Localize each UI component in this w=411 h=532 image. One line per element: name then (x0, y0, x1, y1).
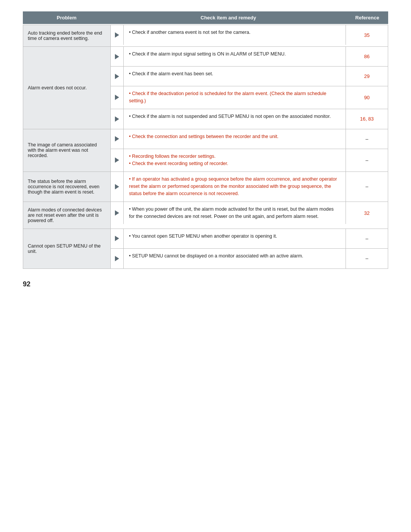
arrow-icon (111, 86, 124, 109)
arrow-icon (111, 67, 124, 86)
section-camera-image: The image of camera associated with the … (23, 129, 388, 172)
checks-col-auto-tracking: • Check if another camera event is not s… (111, 25, 388, 46)
check-text: • Check if the deactivation period is sc… (124, 86, 346, 109)
check-row: • Check the connection and settings betw… (111, 129, 388, 149)
reference-cell: 86 (346, 47, 388, 66)
section-alarm-event: Alarm event does not occur.• Check if th… (23, 47, 388, 129)
problem-cell-camera-image: The image of camera associated with the … (23, 129, 111, 172)
arrow-icon (111, 129, 124, 149)
checks-col-alarm-event: • Check if the alarm input signal settin… (111, 47, 388, 129)
check-row: • Check if the alarm is not suspended an… (111, 109, 388, 129)
reference-cell: 29 (346, 67, 388, 86)
arrow-icon (111, 229, 124, 248)
header-check: Check item and remedy (110, 11, 346, 24)
section-setup-menu: Cannot open SETUP MENU of the unit.• You… (23, 229, 388, 268)
problem-cell-alarm-modes: Alarm modes of connected devices are not… (23, 202, 111, 229)
check-text: • You cannot open SETUP MENU when anothe… (124, 229, 346, 248)
check-row: • If an operator has activated a group s… (111, 172, 388, 202)
reference-cell: 32 (346, 202, 388, 224)
check-text: • SETUP MENU cannot be displayed on a mo… (124, 249, 346, 268)
reference-cell: 90 (346, 86, 388, 109)
arrow-icon (111, 249, 124, 268)
check-row: • Check if another camera event is not s… (111, 25, 388, 45)
check-row: • SETUP MENU cannot be displayed on a mo… (111, 249, 388, 268)
check-text: • If an operator has activated a group s… (124, 172, 346, 202)
arrow-icon (111, 172, 124, 202)
check-text: • Check the connection and settings betw… (124, 129, 346, 149)
arrow-icon (111, 202, 124, 224)
reference-cell: 16, 83 (346, 109, 388, 129)
header-problem: Problem (23, 11, 110, 24)
checks-col-status-before-alarm: • If an operator has activated a group s… (111, 172, 388, 202)
arrow-icon (111, 149, 124, 172)
arrow-icon (111, 47, 124, 66)
header-strip: Problem Check item and remedy Reference (23, 11, 388, 24)
check-text: • When you power off the unit, the alarm… (124, 202, 346, 224)
reference-cell: – (346, 249, 388, 268)
problem-cell-auto-tracking: Auto tracking ended before the end time … (23, 25, 111, 46)
check-text: • Recording follows the recorder setting… (124, 149, 346, 172)
check-row: • You cannot open SETUP MENU when anothe… (111, 229, 388, 249)
checks-col-alarm-modes: • When you power off the unit, the alarm… (111, 202, 388, 229)
arrow-icon (111, 109, 124, 129)
check-row: • When you power off the unit, the alarm… (111, 202, 388, 224)
problem-cell-alarm-event: Alarm event does not occur. (23, 47, 111, 129)
page-number: 92 (23, 280, 388, 288)
check-text: • Check if the alarm input signal settin… (124, 47, 346, 66)
reference-cell: 35 (346, 25, 388, 45)
check-row: • Check if the alarm event has been set.… (111, 67, 388, 86)
problem-cell-setup-menu: Cannot open SETUP MENU of the unit. (23, 229, 111, 268)
reference-cell: – (346, 229, 388, 248)
arrow-icon (111, 25, 124, 45)
reference-cell: – (346, 129, 388, 149)
check-text: • Check if the alarm is not suspended an… (124, 109, 346, 129)
header-reference: Reference (346, 11, 388, 24)
check-row: • Check if the alarm input signal settin… (111, 47, 388, 67)
section-status-before-alarm: The status before the alarm occurrence i… (23, 172, 388, 202)
problem-cell-status-before-alarm: The status before the alarm occurrence i… (23, 172, 111, 202)
checks-col-camera-image: • Check the connection and settings betw… (111, 129, 388, 172)
reference-cell: – (346, 172, 388, 202)
check-text: • Check if the alarm event has been set. (124, 67, 346, 86)
reference-cell: – (346, 149, 388, 172)
main-table: Auto tracking ended before the end time … (23, 25, 388, 269)
check-row: • Recording follows the recorder setting… (111, 149, 388, 172)
check-row: • Check if the deactivation period is sc… (111, 86, 388, 109)
section-alarm-modes: Alarm modes of connected devices are not… (23, 202, 388, 229)
check-text: • Check if another camera event is not s… (124, 25, 346, 45)
checks-col-setup-menu: • You cannot open SETUP MENU when anothe… (111, 229, 388, 268)
section-auto-tracking: Auto tracking ended before the end time … (23, 25, 388, 47)
